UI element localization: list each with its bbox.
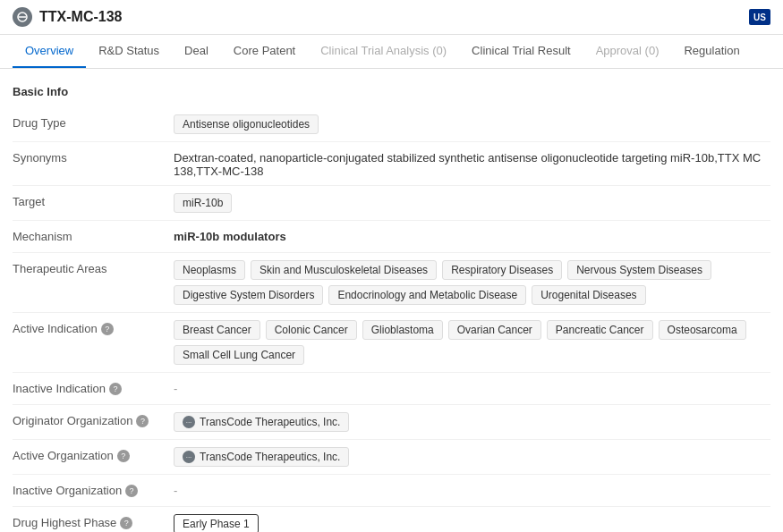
tag-small-cell-lung[interactable]: Small Cell Lung Cancer (174, 345, 304, 365)
tag-skin-musculo[interactable]: Skin and Musculoskeletal Diseases (251, 260, 437, 280)
tag-glioblastoma[interactable]: Glioblastoma (362, 320, 443, 340)
org-tag-originator[interactable]: ··· TransCode Therapeutics, Inc. (174, 412, 349, 432)
header: TTX-MC-138 US (0, 0, 783, 35)
row-target: Target miR-10b (13, 186, 770, 221)
tag-neoplasms[interactable]: Neoplasms (174, 260, 245, 280)
value-mechanism: miR-10b modulators (174, 228, 770, 243)
region-badge[interactable]: US (749, 9, 770, 25)
tab-overview[interactable]: Overview (13, 35, 86, 68)
tab-deal[interactable]: Deal (172, 35, 221, 68)
label-mechanism: Mechanism (13, 228, 174, 243)
tag-osteosarcoma[interactable]: Osteosarcoma (659, 320, 746, 340)
help-icon-active-indication[interactable]: ? (101, 323, 114, 335)
label-originator-org: Originator Organization ? (13, 412, 174, 427)
tag-pancreatic-cancer[interactable]: Pancreatic Cancer (547, 320, 653, 340)
row-synonyms: Synonyms Dextran-coated, nanoparticle-co… (13, 142, 770, 186)
label-inactive-indication: Inactive Indication ? (13, 380, 174, 395)
row-inactive-org: Inactive Organization ? - (13, 475, 770, 507)
tag-early-phase-1[interactable]: Early Phase 1 (174, 514, 259, 532)
value-target: miR-10b (174, 193, 770, 213)
org-icon-active: ··· (183, 451, 195, 463)
content-area: Basic Info Drug Type Antisense oligonucl… (0, 69, 783, 532)
org-icon-originator: ··· (183, 416, 195, 428)
row-originator-org: Originator Organization ? ··· TransCode … (13, 405, 770, 440)
label-active-org: Active Organization ? (13, 447, 174, 462)
value-therapeutic-areas: Neoplasms Skin and Musculoskeletal Disea… (174, 260, 770, 305)
row-drug-highest-phase: Drug Highest Phase ? Early Phase 1 (13, 507, 770, 532)
label-target: Target (13, 193, 174, 208)
tab-clinical-trial-result[interactable]: Clinical Trial Result (459, 35, 583, 68)
row-active-org: Active Organization ? ··· TransCode Ther… (13, 440, 770, 475)
nav-tabs: Overview R&D Status Deal Core Patent Cli… (0, 35, 783, 69)
tag-mir10b[interactable]: miR-10b (174, 193, 232, 213)
label-therapeutic-areas: Therapeutic Areas (13, 260, 174, 275)
label-drug-highest-phase: Drug Highest Phase ? (13, 514, 174, 529)
help-icon-active-org[interactable]: ? (117, 450, 130, 462)
tag-breast-cancer[interactable]: Breast Cancer (174, 320, 260, 340)
tag-colonic-cancer[interactable]: Colonic Cancer (266, 320, 357, 340)
value-drug-type: Antisense oligonucleotides (174, 114, 770, 134)
help-icon-inactive-org[interactable]: ? (125, 485, 138, 497)
value-active-indication: Breast Cancer Colonic Cancer Glioblastom… (174, 320, 770, 365)
value-inactive-indication: - (174, 380, 770, 395)
section-title-basic-info: Basic Info (13, 80, 770, 107)
label-active-indication: Active Indication ? (13, 320, 174, 335)
tag-ovarian-cancer[interactable]: Ovarian Cancer (448, 320, 541, 340)
value-drug-highest-phase: Early Phase 1 (174, 514, 770, 532)
row-inactive-indication: Inactive Indication ? - (13, 373, 770, 405)
value-active-org: ··· TransCode Therapeutics, Inc. (174, 447, 770, 467)
tab-core-patent[interactable]: Core Patent (221, 35, 308, 68)
tab-regulation[interactable]: Regulation (671, 35, 752, 68)
label-drug-type: Drug Type (13, 114, 174, 130)
row-mechanism: Mechanism miR-10b modulators (13, 221, 770, 253)
row-drug-type: Drug Type Antisense oligonucleotides (13, 107, 770, 142)
org-tag-active[interactable]: ··· TransCode Therapeutics, Inc. (174, 447, 349, 467)
label-inactive-org: Inactive Organization ? (13, 482, 174, 497)
row-active-indication: Active Indication ? Breast Cancer Coloni… (13, 313, 770, 373)
value-originator-org: ··· TransCode Therapeutics, Inc. (174, 412, 770, 432)
help-icon-inactive-indication[interactable]: ? (109, 383, 122, 395)
label-synonyms: Synonyms (13, 149, 174, 165)
drug-icon (13, 7, 32, 27)
tag-endocrinology[interactable]: Endocrinology and Metabolic Disease (328, 285, 526, 305)
tag-nervous-system[interactable]: Nervous System Diseases (567, 260, 711, 280)
tag-antisense[interactable]: Antisense oligonucleotides (174, 114, 319, 134)
tag-digestive[interactable]: Digestive System Disorders (174, 285, 323, 305)
help-icon-drug-highest-phase[interactable]: ? (120, 517, 132, 529)
help-icon-originator-org[interactable]: ? (136, 415, 149, 427)
page-title: TTX-MC-138 (39, 9, 122, 25)
row-therapeutic-areas: Therapeutic Areas Neoplasms Skin and Mus… (13, 253, 770, 313)
value-inactive-org: - (174, 482, 770, 497)
tab-clinical-trial-analysis: Clinical Trial Analysis (0) (308, 35, 459, 68)
tag-respiratory[interactable]: Respiratory Diseases (442, 260, 562, 280)
value-synonyms: Dextran-coated, nanoparticle-conjugated … (174, 149, 770, 178)
tag-urogenital[interactable]: Urogenital Diseases (532, 285, 645, 305)
tab-approval: Approval (0) (583, 35, 672, 68)
tab-rd-status[interactable]: R&D Status (86, 35, 172, 68)
